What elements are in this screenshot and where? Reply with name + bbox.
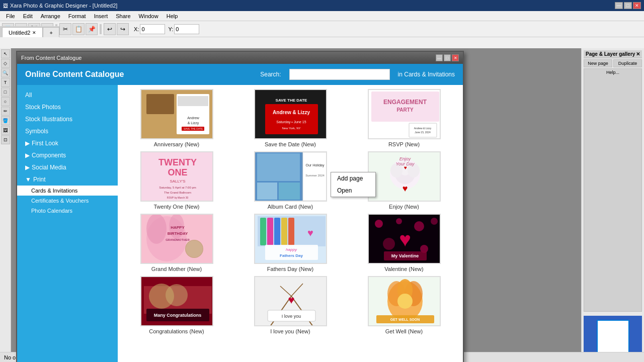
maximize-button[interactable]: □ [624,2,632,9]
savedate-svg: SAVE THE DATE Andrew & Lizzy Saturday • … [255,89,326,139]
svg-text:ONE: ONE [168,167,187,177]
node-tool[interactable]: ◇ [1,59,10,68]
grid-item-congrats[interactable]: Many Congratulations Congratulations (Ne… [122,276,231,334]
modal-close-button[interactable]: ✕ [452,54,459,61]
tab-new[interactable]: + [43,27,59,37]
modal-maximize-button[interactable]: □ [444,54,451,61]
menu-share[interactable]: Share [112,12,134,20]
rect-tool[interactable]: □ [1,87,10,97]
ellipse-tool[interactable]: ○ [1,97,10,106]
page-layer-gallery-label: Page & Layer gallery [586,51,635,57]
page-layer-gallery-header: Page & Layer gallery ✕ [584,50,642,58]
nav-components[interactable]: ▶ Components [17,149,118,161]
context-add-page[interactable]: Add page [331,172,375,185]
nav-cards-invitations[interactable]: Cards & Invitations [17,186,118,196]
title-bar: 🖼 Xara Photo & Graphic Designer - [Untit… [0,0,644,11]
grid-item-anniversary[interactable]: Andrew & Lizzy SAVE THE DATE Anniversary… [122,89,231,147]
menu-help[interactable]: Help [163,12,182,20]
grid-item-album[interactable]: Our Holiday Summer 2024 Album Card (New) [235,151,345,210]
menu-format[interactable]: Format [64,12,90,20]
nav-all[interactable]: All [17,89,118,101]
grid-item-iloveyou[interactable]: ♥ I love you I love you (New) [235,276,345,334]
thumb-album: Our Holiday Summer 2024 [254,151,327,202]
help-button[interactable]: Help... [584,68,642,312]
svg-text:TWENTY: TWENTY [158,157,197,167]
grid-item-getwell[interactable]: GET WELL SOON Get Well (New) [349,276,459,334]
tab-close-icon[interactable]: ✕ [32,30,36,35]
svg-rect-31 [257,153,300,181]
grid-item-grandma[interactable]: HAPPY BIRTHDAY GRANDMOTHER Grand Mother … [122,214,231,272]
nav-print[interactable]: ▼ Print [17,173,118,186]
close-button[interactable]: ✕ [633,2,641,9]
grid-item-savedate[interactable]: SAVE THE DATE Andrew & Lizzy Saturday • … [235,89,345,147]
grid-item-fathersday[interactable]: ♥ happy Fathers Day Fathers Day (New) [235,214,345,272]
left-tools: ↖ ◇ 🔍 T □ ○ ✏ 🪣 🖼 ⊡ [0,48,11,362]
tab-untitled2[interactable]: Untitled2 ✕ [2,27,43,37]
svg-text:RSVP by March 30: RSVP by March 30 [167,196,188,199]
separator2 [100,24,102,34]
svg-rect-15 [371,92,439,122]
panel-close-icon[interactable]: ✕ [636,51,640,57]
title-bar-right: — □ ✕ [615,2,641,9]
fill-tool[interactable]: 🪣 [1,116,10,125]
nav-symbols[interactable]: Symbols [17,125,118,137]
label-fathersday: Fathers Day (New) [267,266,313,272]
modal-minimize-button[interactable]: — [436,54,443,61]
thumb-iloveyou: ♥ I love you [254,276,327,326]
label-congrats: Congratulations (New) [149,328,204,334]
menu-file[interactable]: File [2,12,19,20]
grid-item-valentine[interactable]: ♥ My Valentine Valentine (New) [349,214,459,272]
zoom-tool[interactable]: 🔍 [1,68,10,77]
new-page-button[interactable]: New page [584,59,612,67]
nav-stock-photos[interactable]: Stock Photos [17,101,118,113]
rsvp-svg: ENGAGEMENT PARTY Andrew & Lizzy June 15,… [369,89,440,139]
copy-button[interactable]: 📋 [72,23,85,35]
grid-item-rsvp[interactable]: ENGAGEMENT PARTY Andrew & Lizzy June 15,… [349,89,459,147]
photo-tool[interactable]: 🖼 [1,126,10,135]
nav-certificates-vouchers[interactable]: Certificates & Vouchers [17,196,118,206]
menu-insert[interactable]: Insert [90,12,112,20]
menu-edit[interactable]: Edit [19,12,37,20]
pen-tool[interactable]: ✏ [1,107,10,116]
thumb-getwell: GET WELL SOON [368,276,441,326]
y-input[interactable] [174,24,199,34]
svg-rect-3 [178,96,208,106]
undo-button[interactable]: ↩ [104,23,116,35]
grandma-svg: HAPPY BIRTHDAY GRANDMOTHER [141,214,212,264]
svg-text:ENGAGEMENT: ENGAGEMENT [383,99,427,106]
svg-rect-62 [288,218,294,245]
app-title: Xara Photo & Graphic Designer - [Untitle… [10,3,117,9]
svg-text:BIRTHDAY: BIRTHDAY [167,231,188,236]
duplicate-button[interactable]: Duplicate [613,59,642,67]
nav-social-media[interactable]: ▶ Social Media [17,161,118,173]
catalogue-modal: From Content Catalogue — □ ✕ Online Cont… [16,51,464,362]
svg-text:& Lizzy: & Lizzy [187,121,199,125]
thumb-valentine: ♥ My Valentine [368,214,441,264]
svg-text:Fathers Day: Fathers Day [280,253,303,258]
x-input[interactable] [140,24,165,34]
redo-button[interactable]: ↪ [117,23,129,35]
menu-arrange[interactable]: Arrange [37,12,64,20]
tab-label: Untitled2 [9,30,30,36]
grid-item-twentyone[interactable]: TWENTY ONE SALLY'S Saturday, 5 April at … [122,151,231,210]
anniversary-svg: Andrew & Lizzy SAVE THE DATE [141,89,212,139]
context-open[interactable]: Open [331,185,375,197]
svg-text:Saturday • June 15: Saturday • June 15 [276,120,306,124]
minimize-button[interactable]: — [615,2,623,9]
menu-window[interactable]: Window [135,12,163,20]
nav-photo-calendars[interactable]: Photo Calendars [17,206,118,216]
modal-header: Online Content Catalogue Search: in Card… [17,64,463,85]
text-tool[interactable]: T [1,78,10,87]
svg-text:GRANDMOTHER: GRANDMOTHER [166,238,190,241]
modal-titlebar-buttons: — □ ✕ [436,54,459,61]
svg-text:SAVE THE DATE: SAVE THE DATE [275,98,307,103]
cut-button[interactable]: ✂ [59,23,71,35]
select-tool[interactable]: ↖ [1,49,10,58]
search-input[interactable] [289,69,390,80]
nav-first-look[interactable]: ▶ First Look [17,137,118,149]
toolbar: 📄 📂 💾 🖨 ✂ 📋 📌 ↩ ↪ X: Y: [0,21,644,37]
crop-tool[interactable]: ⊡ [1,135,10,144]
paste-button[interactable]: 📌 [86,23,98,35]
album-svg: Our Holiday Summer 2024 [255,151,326,202]
nav-stock-illustrations[interactable]: Stock Illustrations [17,113,118,125]
